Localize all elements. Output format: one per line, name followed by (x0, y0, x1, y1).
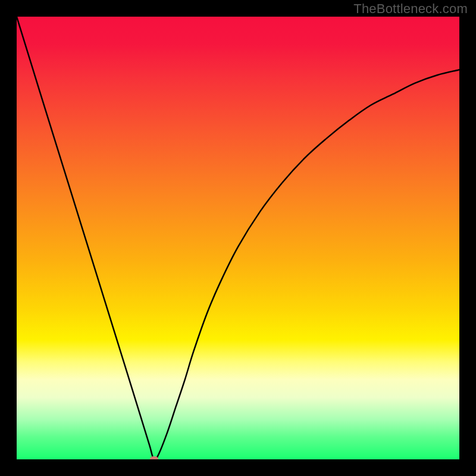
bottleneck-curve (17, 17, 459, 459)
watermark-label: TheBottleneck.com (353, 1, 468, 17)
plot-area (17, 17, 459, 459)
chart-frame: TheBottleneck.com (0, 0, 476, 476)
minimum-marker (150, 456, 158, 459)
